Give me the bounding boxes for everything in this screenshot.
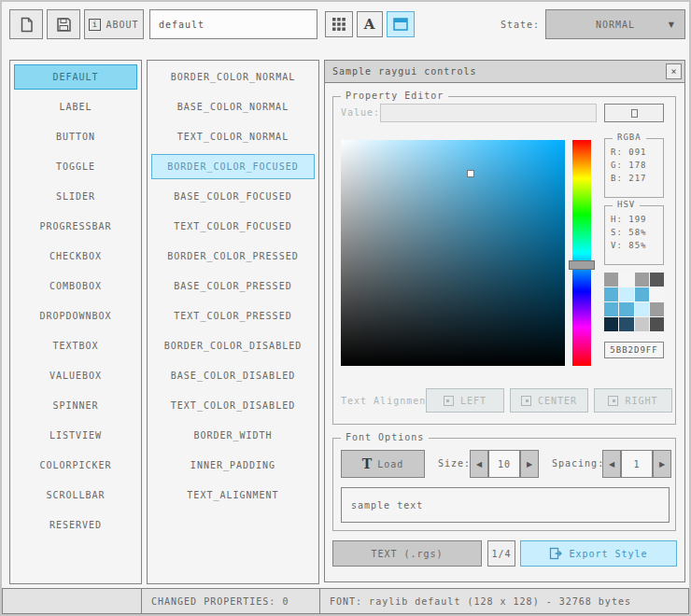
rguistyler-window: i ABOUT A State: NORMAL ▼ DEFAULTLABELBU… (0, 0, 691, 616)
palette-swatch[interactable] (604, 317, 618, 331)
hex-color-value[interactable]: 5BB2D9FF (604, 342, 664, 358)
info-icon: i (89, 19, 101, 31)
palette-swatch[interactable] (619, 287, 633, 301)
list-item-colorpicker[interactable]: COLORPICKER (14, 453, 137, 478)
close-icon[interactable]: × (666, 63, 682, 79)
chevron-right-icon: ▶ (527, 460, 532, 469)
list-item-text_color_normal[interactable]: TEXT_COLOR_NORMAL (151, 124, 315, 149)
save-style-button[interactable] (47, 9, 80, 39)
align-left-button[interactable]: LEFT (426, 388, 504, 413)
list-item-progressbar[interactable]: PROGRESSBAR (14, 214, 137, 239)
hue-bar[interactable] (572, 140, 591, 366)
palette-swatch[interactable] (635, 317, 649, 331)
list-item-slider[interactable]: SLIDER (14, 184, 137, 209)
sv-square[interactable] (341, 140, 565, 366)
list-item-valuebox[interactable]: VALUEBOX (14, 363, 137, 388)
list-item-text_alignment[interactable]: TEXT_ALIGNMENT (151, 483, 315, 508)
palette-swatch[interactable] (604, 273, 618, 287)
palette-swatch[interactable] (604, 287, 618, 301)
statusbar-cell-empty (2, 588, 142, 614)
list-item-text_color_disabled[interactable]: TEXT_COLOR_DISABLED (151, 393, 315, 418)
align-center-icon (521, 396, 531, 406)
list-item-border_color_pressed[interactable]: BORDER_COLOR_PRESSED (151, 244, 315, 269)
state-dropdown[interactable]: NORMAL ▼ (545, 9, 685, 39)
align-center-label: CENTER (538, 396, 577, 406)
load-font-button[interactable]: T Load (341, 450, 425, 478)
list-item-reserved[interactable]: RESERVED (14, 512, 137, 538)
palette-swatch[interactable] (650, 287, 664, 301)
list-item-base_color_focused[interactable]: BASE_COLOR_FOCUSED (151, 184, 315, 209)
style-editor-icon (393, 18, 408, 31)
align-right-label: RIGHT (625, 396, 657, 406)
palette-swatch[interactable] (619, 317, 633, 331)
size-value-box[interactable]: 10 (488, 450, 520, 478)
export-style-button[interactable]: Export Style (520, 540, 677, 567)
spacing-value-box[interactable]: 1 (621, 450, 653, 478)
font-atlas-button[interactable]: A (357, 11, 383, 37)
list-item-toggle[interactable]: TOGGLE (14, 154, 137, 179)
palette-swatch[interactable] (650, 302, 664, 316)
align-left-label: LEFT (460, 396, 487, 406)
value-label: Value: (341, 107, 380, 118)
palette-swatch[interactable] (635, 273, 649, 287)
list-item-spinner[interactable]: SPINNER (14, 393, 137, 418)
rgba-r-value: R: 091 (605, 146, 663, 159)
palette-swatch[interactable] (635, 302, 649, 316)
about-label: ABOUT (106, 20, 138, 30)
list-item-border_width[interactable]: BORDER_WIDTH (151, 423, 315, 448)
chevron-down-icon: ▼ (669, 21, 675, 29)
list-item-textbox[interactable]: TEXTBOX (14, 333, 137, 358)
hsv-group: HSV H: 199 S: 58% V: 85% (604, 205, 664, 265)
list-item-scrollbar[interactable]: SCROLLBAR (14, 483, 137, 508)
style-name-input[interactable] (149, 9, 317, 39)
list-item-base_color_normal[interactable]: BASE_COLOR_NORMAL (151, 94, 315, 119)
align-center-button[interactable]: CENTER (510, 388, 588, 413)
window-titlebar[interactable]: Sample raygui controls × (325, 61, 684, 83)
font-options-group: Font Options T Load Size: ◀ 10 ▶ Spacing… (332, 438, 676, 531)
spacing-label: Spacing: (552, 458, 604, 469)
list-item-base_color_pressed[interactable]: BASE_COLOR_PRESSED (151, 273, 315, 299)
palette-swatch[interactable] (619, 273, 633, 287)
palette-swatch[interactable] (604, 302, 618, 316)
size-decrement-button[interactable]: ◀ (470, 450, 488, 478)
list-item-label[interactable]: LABEL (14, 94, 137, 119)
list-item-button[interactable]: BUTTON (14, 124, 137, 149)
palette-swatch[interactable] (635, 287, 649, 301)
spacing-increment-button[interactable]: ▶ (653, 450, 671, 478)
list-item-border_color_disabled[interactable]: BORDER_COLOR_DISABLED (151, 333, 315, 358)
export-format-button[interactable]: TEXT (.rgs) (332, 540, 482, 567)
list-item-border_color_normal[interactable]: BORDER_COLOR_NORMAL (151, 64, 315, 90)
palette-swatch[interactable] (619, 302, 633, 316)
list-item-base_color_disabled[interactable]: BASE_COLOR_DISABLED (151, 363, 315, 388)
font-options-group-label: Font Options (341, 432, 429, 442)
value-edit-button[interactable] (604, 104, 664, 122)
list-item-inner_padding[interactable]: INNER_PADDING (151, 453, 315, 478)
size-increment-button[interactable]: ▶ (520, 450, 539, 478)
list-item-listview[interactable]: LISTVIEW (14, 423, 137, 448)
spacing-decrement-button[interactable]: ◀ (602, 450, 621, 478)
state-label: State: (480, 20, 540, 30)
font-icon: A (364, 16, 376, 33)
list-item-checkbox[interactable]: CHECKBOX (14, 244, 137, 269)
new-style-button[interactable] (9, 9, 43, 39)
palette-swatch[interactable] (650, 273, 664, 287)
sample-controls-window: Sample raygui controls × Property Editor… (324, 60, 685, 582)
style-editor-button[interactable] (387, 11, 415, 37)
align-right-button[interactable]: RIGHT (594, 388, 672, 413)
export-page-button[interactable]: 1/4 (487, 540, 515, 567)
list-item-text_color_focused[interactable]: TEXT_COLOR_FOCUSED (151, 214, 315, 239)
about-button[interactable]: i ABOUT (84, 9, 144, 39)
value-input[interactable] (380, 104, 597, 122)
list-item-text_color_pressed[interactable]: TEXT_COLOR_PRESSED (151, 303, 315, 329)
list-item-combobox[interactable]: COMBOBOX (14, 273, 137, 299)
palette-swatch[interactable] (650, 317, 664, 331)
style-palette (604, 273, 664, 331)
list-item-dropdownbox[interactable]: DROPDOWNBOX (14, 303, 137, 329)
list-item-default[interactable]: DEFAULT (14, 64, 137, 90)
rgba-group: RGBA R: 091 G: 178 B: 217 (604, 138, 664, 198)
list-item-border_color_focused[interactable]: BORDER_COLOR_FOCUSED (151, 154, 315, 179)
sample-text-box[interactable]: sample text (341, 487, 670, 523)
hue-slider-handle[interactable] (569, 260, 595, 270)
grid-view-button[interactable] (325, 11, 353, 37)
sv-cursor[interactable] (467, 170, 474, 177)
